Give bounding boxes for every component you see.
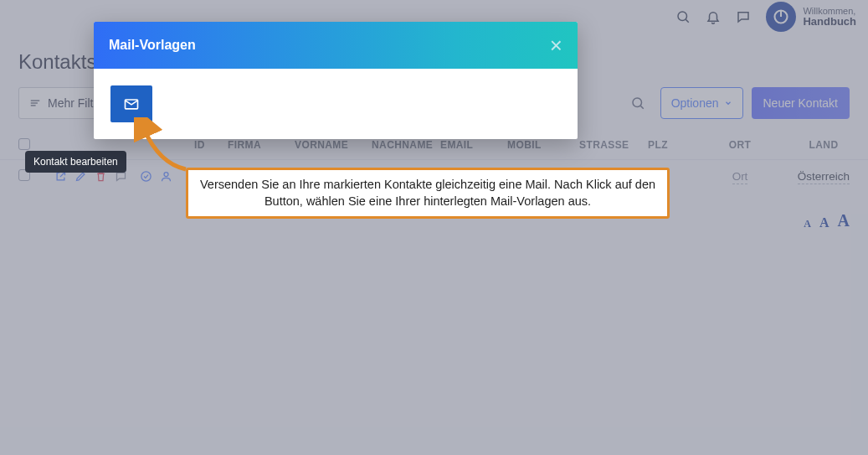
col-firma[interactable]: FIRMA bbox=[228, 139, 295, 151]
col-mobil[interactable]: MOBIL bbox=[507, 139, 579, 151]
col-land[interactable]: LAND bbox=[782, 139, 865, 151]
select-all-checkbox[interactable] bbox=[18, 138, 30, 150]
svg-point-0 bbox=[678, 12, 687, 21]
check-circle-icon[interactable] bbox=[139, 170, 152, 184]
col-nachname[interactable]: NACHNAME bbox=[372, 139, 440, 151]
col-ort[interactable]: ORT bbox=[698, 139, 782, 151]
send-mail-button[interactable] bbox=[110, 85, 152, 122]
edit-icon[interactable] bbox=[74, 170, 87, 184]
font-size-small[interactable]: A bbox=[804, 218, 811, 230]
col-email[interactable]: EMAIL bbox=[440, 139, 507, 151]
welcome-name: Handbuch bbox=[803, 16, 856, 28]
cell-land: Österreich bbox=[782, 170, 865, 183]
chat-icon[interactable] bbox=[736, 9, 751, 24]
col-id[interactable]: ID bbox=[194, 139, 228, 151]
power-icon bbox=[766, 2, 796, 32]
cell-ort: Ort bbox=[698, 170, 782, 183]
welcome-block[interactable]: Willkommen, Handbuch bbox=[766, 2, 856, 32]
svg-point-10 bbox=[164, 173, 168, 177]
callout-box: Versenden Sie an Ihre markierten Kontakt… bbox=[186, 168, 670, 219]
table-search-icon[interactable] bbox=[624, 87, 652, 119]
svg-point-7 bbox=[633, 98, 642, 107]
user-icon[interactable] bbox=[159, 170, 172, 184]
bell-icon[interactable] bbox=[706, 9, 721, 24]
close-icon[interactable]: × bbox=[550, 34, 562, 56]
new-contact-button[interactable]: Neuer Kontakt bbox=[752, 87, 850, 119]
svg-line-8 bbox=[640, 106, 643, 108]
options-label: Optionen bbox=[671, 96, 719, 110]
font-size-large[interactable]: A bbox=[838, 211, 850, 230]
row-actions bbox=[54, 170, 139, 184]
new-contact-label: Neuer Kontakt bbox=[763, 96, 839, 110]
modal-body bbox=[94, 69, 578, 139]
row-checkbox[interactable] bbox=[18, 169, 30, 181]
chevron-down-icon bbox=[724, 99, 732, 107]
search-icon[interactable] bbox=[675, 9, 691, 24]
more-filters-label: Mehr Filt bbox=[48, 96, 93, 110]
mail-templates-modal: Mail-Vorlagen × bbox=[94, 22, 578, 139]
col-strasse[interactable]: STRASSE bbox=[579, 139, 648, 151]
font-size-medium[interactable]: A bbox=[819, 215, 829, 230]
chat-row-icon[interactable] bbox=[114, 170, 127, 184]
font-size-controls: A A A bbox=[804, 211, 850, 230]
col-plz[interactable]: PLZ bbox=[648, 139, 698, 151]
svg-point-9 bbox=[141, 172, 150, 181]
svg-line-1 bbox=[686, 19, 689, 22]
delete-icon[interactable] bbox=[94, 170, 107, 184]
envelope-icon bbox=[123, 96, 140, 112]
modal-title: Mail-Vorlagen bbox=[109, 38, 196, 53]
options-button[interactable]: Optionen bbox=[660, 87, 743, 119]
welcome-text: Willkommen, Handbuch bbox=[803, 6, 856, 28]
col-vorname[interactable]: VORNAME bbox=[295, 139, 372, 151]
open-external-icon[interactable] bbox=[54, 170, 67, 184]
more-filters-button[interactable]: Mehr Filt bbox=[18, 87, 104, 119]
modal-header: Mail-Vorlagen × bbox=[94, 22, 578, 69]
